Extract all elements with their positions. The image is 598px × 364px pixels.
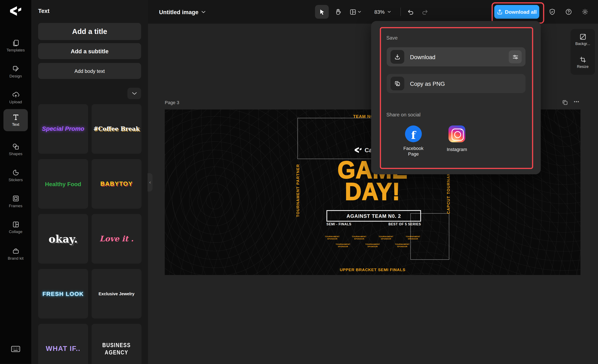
share-instagram-button[interactable]: Instagram	[441, 125, 473, 153]
text-style-card[interactable]: Love it .	[91, 214, 141, 264]
chevron-left-icon: ‹	[149, 180, 151, 185]
copy-as-png-label: Copy as PNG	[410, 74, 445, 93]
facebook-icon: f	[405, 125, 422, 142]
text-style-card[interactable]: Exclusive Jewelry	[91, 269, 141, 318]
text-style-card[interactable]: BABYTOY	[91, 159, 141, 209]
text-style-card[interactable]: BUSINESS AGENCY	[91, 324, 141, 364]
keyboard-shortcuts-icon[interactable]	[11, 345, 21, 353]
instagram-label: Instagram	[441, 147, 473, 152]
sidebar-item-templates[interactable]: Templates	[0, 35, 31, 57]
document-title: Untitled image	[159, 8, 199, 15]
background-label: Backgr...	[571, 42, 595, 46]
design-icon	[12, 65, 19, 73]
copy-png-icon	[390, 77, 404, 90]
download-menu: Save Download Copy as PNG Share on socia…	[371, 21, 541, 174]
sidebar-item-label: Design	[9, 74, 22, 78]
chevron-down-icon	[201, 10, 206, 13]
text-style-card[interactable]: okay.	[38, 214, 88, 264]
chevron-down-icon	[132, 92, 137, 95]
shield-icon	[549, 8, 556, 15]
share-section-label: Share on social	[386, 112, 420, 117]
sidebar-item-label: Text	[12, 123, 19, 127]
sidebar-item-collage[interactable]: Collage	[0, 216, 31, 238]
help-button[interactable]	[562, 5, 575, 19]
sponsor-text: TOURNAMENTSPONSOR	[325, 235, 340, 240]
capcut-logo-icon	[354, 147, 362, 154]
layout-grid-icon	[350, 8, 356, 15]
settings-button[interactable]	[578, 5, 592, 19]
add-subtitle-button[interactable]: Add a subtitle	[38, 43, 141, 59]
text-style-card[interactable]: WHAT IF..	[38, 324, 88, 364]
share-facebook-button[interactable]: f Facebook Page	[400, 125, 427, 157]
frames-icon	[12, 195, 19, 202]
sidebar-item-shapes[interactable]: Shapes	[0, 139, 31, 160]
resize-crop-icon	[579, 56, 586, 63]
sidebar-item-frames[interactable]: Frames	[0, 191, 31, 212]
document-title-menu[interactable]: Untitled image	[159, 0, 206, 24]
sidebar-item-label: Collage	[9, 230, 22, 234]
design-sub-row: SEMI - FINALS BEST OF 5 SERIES	[326, 222, 421, 226]
text-style-card[interactable]: Special Promo	[38, 104, 88, 154]
page-more-button[interactable]: •••	[572, 98, 581, 105]
style-label: okay.	[49, 233, 78, 245]
download-menu-item[interactable]: Download	[387, 47, 525, 66]
undo-button[interactable]	[404, 5, 417, 19]
capcut-logo-icon	[9, 6, 23, 17]
copy-as-png-menu-item[interactable]: Copy as PNG	[387, 74, 525, 93]
upload-icon	[12, 91, 19, 99]
instagram-icon	[448, 125, 465, 142]
style-label: Love it .	[100, 234, 134, 243]
style-label: BUSINESS AGENCY	[91, 341, 141, 356]
brand-kit-icon	[12, 248, 19, 255]
hand-icon	[334, 8, 341, 15]
download-icon	[390, 50, 404, 64]
select-tool-button[interactable]	[315, 5, 329, 19]
top-toolbar: Untitled image 83% Download all	[148, 0, 598, 24]
layout-tool-button[interactable]	[346, 5, 365, 19]
text-icon	[12, 114, 19, 121]
sponsor-text: TOURNAMENTSPONSOR	[336, 243, 350, 248]
sidebar-item-label: Templates	[7, 48, 25, 52]
text-style-card[interactable]: #Coffee Break	[91, 104, 141, 154]
expand-styles-button[interactable]	[127, 88, 141, 99]
chevron-down-icon	[358, 11, 361, 13]
background-icon	[579, 33, 586, 40]
background-button[interactable]	[579, 33, 587, 41]
shapes-icon	[12, 143, 19, 150]
duplicate-page-button[interactable]	[561, 99, 568, 106]
add-body-text-button[interactable]: Add body text	[38, 63, 141, 79]
toolbar-divider	[400, 8, 401, 16]
export-icon	[497, 9, 502, 15]
style-label: FRESH LOOK	[42, 290, 84, 297]
resize-label: Resize	[571, 65, 595, 69]
redo-button[interactable]	[418, 5, 432, 19]
design-sponsor-row-1: TOURNAMENTSPONSOR TOURNAMENTSPONSOR TOUR…	[325, 235, 420, 240]
download-all-button[interactable]: Download all	[494, 5, 539, 19]
text-style-card[interactable]: FRESH LOOK	[38, 269, 88, 318]
stickers-icon	[12, 169, 19, 176]
redo-icon	[422, 8, 428, 15]
text-style-card[interactable]: Healthy Food	[38, 159, 88, 209]
sliders-icon	[512, 54, 518, 59]
sidebar-item-stickers[interactable]: Stickers	[0, 165, 31, 186]
facebook-label: Facebook Page	[400, 146, 427, 157]
download-all-label: Download all	[505, 9, 537, 15]
privacy-shield-button[interactable]	[545, 5, 559, 19]
sidebar-item-design[interactable]: Design	[0, 61, 31, 83]
cursor-icon	[319, 8, 325, 15]
download-settings-button[interactable]	[509, 50, 522, 63]
sponsor-text: TOURNAMENTSPONSOR	[395, 243, 410, 248]
design-against-box: AGAINST TEAM N0. 2	[326, 210, 421, 222]
sidebar-item-brand-kit[interactable]: Brand kit	[0, 242, 31, 266]
left-sidebar: Templates Design Upload Text Shapes Stic…	[0, 0, 31, 364]
sponsor-text: TOURNAMENTSPONSOR	[365, 243, 380, 248]
add-title-button[interactable]: Add a title	[38, 23, 141, 40]
resize-button[interactable]	[579, 56, 587, 63]
sidebar-item-upload[interactable]: Upload	[0, 87, 31, 108]
sidebar-item-text[interactable]: Text	[0, 109, 31, 131]
zoom-control[interactable]: 83%	[368, 5, 397, 19]
collapse-panel-button[interactable]: ‹	[148, 173, 153, 191]
design-team-label: TEAM NO	[353, 114, 374, 119]
design-semi-finals: SEMI - FINALS	[326, 222, 351, 226]
hand-tool-button[interactable]	[331, 5, 345, 19]
